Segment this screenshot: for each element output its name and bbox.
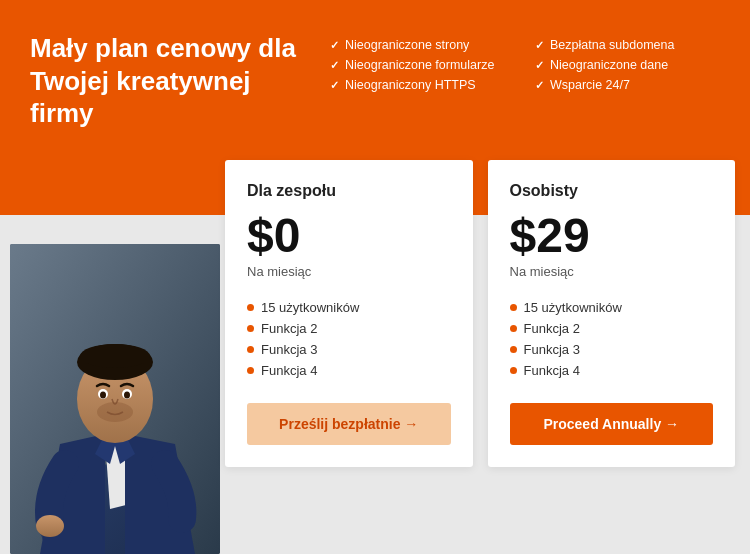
dot-icon bbox=[510, 304, 517, 311]
feature-item: ✓Nieograniczone strony bbox=[330, 38, 515, 52]
list-item: Funkcja 4 bbox=[247, 360, 451, 381]
dot-icon bbox=[247, 367, 254, 374]
list-item: Funkcja 4 bbox=[510, 360, 714, 381]
header-features: ✓Nieograniczone strony✓Bezpłatna subdome… bbox=[310, 32, 720, 92]
list-item: Funkcja 2 bbox=[247, 318, 451, 339]
person-placeholder bbox=[10, 244, 220, 554]
list-item: 15 użytkowników bbox=[510, 297, 714, 318]
check-icon: ✓ bbox=[535, 79, 544, 92]
free-plan-button[interactable]: Prześlij bezpłatnie → bbox=[247, 403, 451, 445]
dot-icon bbox=[510, 367, 517, 374]
list-item: Funkcja 3 bbox=[247, 339, 451, 360]
check-icon: ✓ bbox=[330, 39, 339, 52]
list-item: Funkcja 3 bbox=[510, 339, 714, 360]
dot-icon bbox=[247, 304, 254, 311]
check-icon: ✓ bbox=[535, 59, 544, 72]
dot-icon bbox=[247, 346, 254, 353]
pricing-card-team: Dla zespołu $0 Na miesiąc 15 użytkownikó… bbox=[225, 160, 473, 467]
list-item: Funkcja 2 bbox=[510, 318, 714, 339]
proceed-annually-button[interactable]: Proceed Annually → bbox=[510, 403, 714, 445]
card-title-personal: Osobisty bbox=[510, 182, 714, 200]
dot-icon bbox=[247, 325, 254, 332]
check-icon: ✓ bbox=[330, 79, 339, 92]
card-price-personal: $29 bbox=[510, 212, 714, 260]
pricing-card-personal: Osobisty $29 Na miesiąc 15 użytkowników … bbox=[488, 160, 736, 467]
svg-point-13 bbox=[100, 392, 106, 399]
page-title: Mały plan cenowy dla Twojej kreatywnej f… bbox=[30, 32, 310, 130]
card-title-team: Dla zespołu bbox=[247, 182, 451, 200]
card-price-team: $0 bbox=[247, 212, 451, 260]
person-image bbox=[10, 244, 220, 554]
check-icon: ✓ bbox=[535, 39, 544, 52]
header-left: Mały plan cenowy dla Twojej kreatywnej f… bbox=[30, 32, 310, 130]
card-period-personal: Na miesiąc bbox=[510, 264, 714, 279]
page-wrapper: Mały plan cenowy dla Twojej kreatywnej f… bbox=[0, 0, 750, 554]
svg-point-14 bbox=[124, 392, 130, 399]
svg-point-15 bbox=[97, 402, 133, 422]
feature-list-team: 15 użytkowników Funkcja 2 Funkcja 3 Funk… bbox=[247, 297, 451, 381]
feature-item: ✓Nieograniczone formularze bbox=[330, 58, 515, 72]
feature-item: ✓Wsparcie 24/7 bbox=[535, 78, 720, 92]
check-icon: ✓ bbox=[330, 59, 339, 72]
svg-point-10 bbox=[80, 344, 150, 368]
feature-list-personal: 15 użytkowników Funkcja 2 Funkcja 3 Funk… bbox=[510, 297, 714, 381]
svg-point-16 bbox=[36, 515, 64, 537]
pricing-cards: Dla zespołu $0 Na miesiąc 15 użytkownikó… bbox=[225, 160, 735, 467]
feature-item: ✓Bezpłatna subdomena bbox=[535, 38, 720, 52]
feature-item: ✓Nieograniczony HTTPS bbox=[330, 78, 515, 92]
dot-icon bbox=[510, 346, 517, 353]
bottom-section: Dla zespołu $0 Na miesiąc 15 użytkownikó… bbox=[0, 215, 750, 554]
card-period-team: Na miesiąc bbox=[247, 264, 451, 279]
list-item: 15 użytkowników bbox=[247, 297, 451, 318]
dot-icon bbox=[510, 325, 517, 332]
feature-item: ✓Nieograniczone dane bbox=[535, 58, 720, 72]
